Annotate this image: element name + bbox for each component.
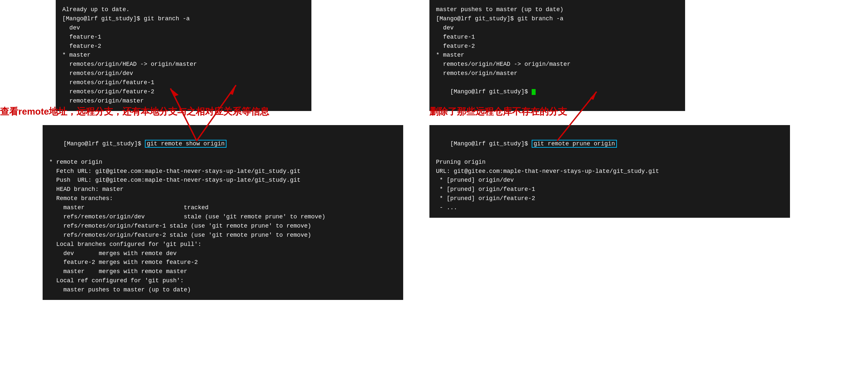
terminal-line: * master [436, 51, 679, 60]
terminal-cursor [532, 89, 536, 95]
terminal-line: feature-2 [62, 42, 305, 51]
annotation-right: 删除了那些远程仓库不存在的分支 [429, 105, 567, 118]
terminal-bottom-left: [Mango@lrf git_study]$ git remote show o… [42, 125, 403, 300]
terminal-line: Local branches configured for 'git pull'… [49, 240, 397, 249]
terminal-line: HEAD branch: master [49, 185, 397, 194]
command-highlight: git remote prune origin [532, 140, 617, 148]
terminal-line: remotes/origin/dev [62, 69, 305, 78]
terminal-line: remotes/origin/HEAD -> origin/master [436, 60, 679, 69]
terminal-line: Fetch URL: git@gitee.com:maple-that-neve… [49, 167, 397, 176]
terminal-prompt: [Mango@lrf git_study]$ [63, 140, 145, 147]
terminal-line: * [pruned] origin/feature-2 [436, 194, 783, 203]
terminal-line: feature-2 merges with remote feature-2 [49, 258, 397, 267]
terminal-line: [Mango@lrf git_study]$ [436, 78, 679, 106]
terminal-line: remotes/origin/feature-1 [62, 78, 305, 88]
terminal-line: Push URL: git@gitee.com:maple-that-never… [49, 176, 397, 185]
terminal-line: refs/remotes/origin/feature-2 stale (use… [49, 231, 397, 240]
terminal-command-line: [Mango@lrf git_study]$ git remote show o… [49, 130, 397, 158]
terminal-line: Local ref configured for 'git push': [49, 276, 397, 285]
terminal-line: master tracked [49, 203, 397, 212]
terminal-line: * [pruned] origin/feature-1 [436, 185, 783, 194]
terminal-line: dev [436, 24, 679, 33]
terminal-line: refs/remotes/origin/feature-1 stale (use… [49, 222, 397, 231]
terminal-line: master merges with remote master [49, 267, 397, 276]
terminal-line: dev [62, 24, 305, 33]
terminal-line: master pushes to master (up to date) [436, 5, 679, 14]
terminal-line: * remote origin [49, 158, 397, 167]
annotation-left: 查看remote地址，远程分支，还有本地分支与之相对应关系等信息 [0, 105, 269, 118]
terminal-line: * [pruned] origin/dev [436, 176, 783, 185]
terminal-line: feature-1 [436, 33, 679, 42]
terminal-line: Remote branches: [49, 194, 397, 203]
terminal-line: refs/remotes/origin/dev stale (use 'git … [49, 212, 397, 222]
terminal-line: remotes/origin/master [436, 69, 679, 78]
terminal-line: Already up to date. [62, 5, 305, 14]
terminal-line: dev merges with remote dev [49, 249, 397, 258]
terminal-top-right: master pushes to master (up to date) [Ma… [429, 0, 685, 111]
terminal-line: remotes/origin/master [62, 97, 305, 106]
terminal-line: remotes/origin/HEAD -> origin/master [62, 60, 305, 69]
terminal-command-line: [Mango@lrf git_study]$ git remote prune … [436, 130, 783, 158]
terminal-line: - ... [436, 203, 783, 212]
terminal-line: [Mango@lrf git_study]$ git branch -a [436, 14, 679, 24]
terminal-line: master pushes to master (up to date) [49, 285, 397, 295]
terminal-line: Pruning origin [436, 158, 783, 167]
terminal-prompt: [Mango@lrf git_study]$ [450, 140, 531, 147]
terminal-top-left: Already up to date. [Mango@lrf git_study… [56, 0, 311, 111]
terminal-line: remotes/origin/feature-2 [62, 88, 305, 97]
command-highlight: git remote show origin [145, 140, 227, 148]
terminal-line: URL: git@gitee.com:maple-that-never-stay… [436, 167, 783, 176]
terminal-line: * master [62, 51, 305, 60]
terminal-line: feature-1 [62, 33, 305, 42]
terminal-bottom-right: [Mango@lrf git_study]$ git remote prune … [429, 125, 790, 218]
terminal-line: [Mango@lrf git_study]$ git branch -a [62, 14, 305, 24]
terminal-line: feature-2 [436, 42, 679, 51]
